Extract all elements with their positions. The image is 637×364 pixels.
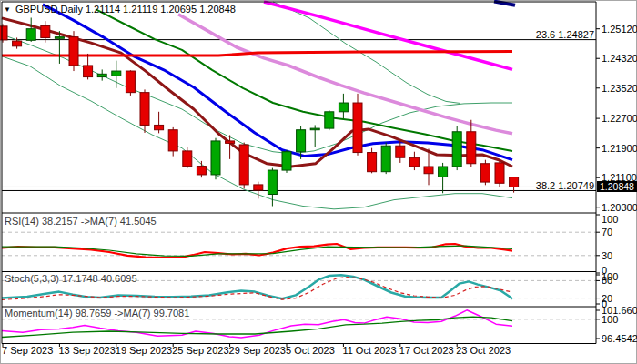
candle-body — [452, 132, 461, 167]
price-tick-label: 1.22700 — [602, 113, 637, 124]
candle-body — [381, 146, 390, 171]
candle-body — [140, 93, 149, 126]
rsi-tick-label: 100 — [602, 214, 618, 225]
rsi-indicator-label: RSI(14) 38.2157 ->MA(7) 41.5045 — [5, 216, 157, 227]
candle-body — [282, 152, 291, 170]
candle-body — [480, 164, 490, 182]
stoch-tick-label: 80 — [602, 275, 612, 286]
candle-body — [55, 37, 64, 39]
candle-body — [226, 141, 235, 143]
candle-body — [353, 103, 362, 153]
date-tick-label: 5 Oct 2023 — [286, 345, 335, 356]
chart-title-text: GBPUSD,Daily 1.21114 1.21119 1.20695 1.2… — [15, 4, 236, 15]
date-tick-label: 19 Sep 2023 — [116, 345, 172, 356]
price-tick-label: 1.21900 — [602, 143, 637, 154]
candle-body — [396, 146, 405, 157]
fib-382-label: 38.2 1.20749 — [536, 180, 594, 191]
ma-20-line — [43, 5, 512, 160]
momentum-tick-label: 100 — [602, 314, 618, 325]
candle-body — [510, 177, 519, 187]
candle-body — [197, 167, 206, 175]
candle-body — [368, 153, 377, 172]
candle-body — [268, 170, 277, 194]
stoch-indicator-label: Stoch(5,3,3) 17.1748 40.6095 — [5, 273, 137, 284]
date-tick-label: 23 Oct 2023 — [456, 345, 511, 356]
chart-title: ▼GBPUSD,Daily 1.21114 1.21119 1.20695 1.… — [4, 4, 236, 15]
candle-body — [495, 163, 504, 183]
date-tick-label: 7 Sep 2023 — [2, 345, 53, 356]
candle-body — [26, 29, 35, 41]
price-tick-label: 1.25120 — [602, 24, 637, 35]
rsi-tick-label: 30 — [602, 250, 612, 261]
candle-body — [97, 74, 106, 76]
candle-body — [439, 167, 448, 177]
candle-body — [410, 157, 419, 167]
date-tick-label: 29 Sep 2023 — [229, 345, 286, 356]
candle-body — [168, 130, 177, 151]
candle-body — [339, 103, 348, 112]
candle-body — [325, 112, 334, 128]
candle-body — [183, 151, 192, 167]
candle-body — [467, 132, 476, 164]
date-tick-label: 25 Sep 2023 — [172, 345, 228, 356]
date-tick-label: 13 Sep 2023 — [58, 345, 115, 356]
candle-body — [211, 141, 220, 175]
date-tick-label: 11 Oct 2023 — [342, 345, 396, 356]
price-tick-label: 1.23520 — [602, 83, 637, 94]
candle-body — [13, 41, 22, 46]
candle-body — [155, 125, 164, 129]
candle-body — [239, 145, 248, 185]
candle-body — [41, 25, 50, 37]
candle-body — [126, 71, 135, 93]
candle-body — [112, 71, 121, 76]
candle-body — [297, 130, 306, 152]
rsi-tick-label: 70 — [602, 227, 612, 238]
trading-chart-window: 1.251201.243201.235201.227001.219001.211… — [0, 0, 637, 364]
candle-body — [424, 167, 433, 174]
momentum-indicator-label: Momentum(14) 98.7659 ->MA(7) 99.7081 — [5, 308, 189, 318]
ma-100-line — [178, 15, 512, 134]
candle-body — [69, 37, 78, 66]
momentum-tick-label: 96.4542 — [602, 333, 637, 344]
candle-body — [0, 26, 7, 40]
candle-body — [84, 66, 93, 77]
fib-236-label: 23.6 1.24827 — [536, 29, 594, 40]
price-tick-label: 1.20300 — [602, 202, 637, 213]
current-price-badge: 1.20848 — [597, 181, 637, 192]
date-tick-label: 17 Oct 2023 — [399, 345, 454, 356]
price-tick-label: 1.24320 — [602, 53, 637, 64]
candle-body — [310, 128, 319, 130]
ma-200-line — [264, 2, 512, 69]
candle-body — [254, 185, 263, 190]
symbol-dropdown-icon[interactable]: ▼ — [4, 5, 11, 14]
